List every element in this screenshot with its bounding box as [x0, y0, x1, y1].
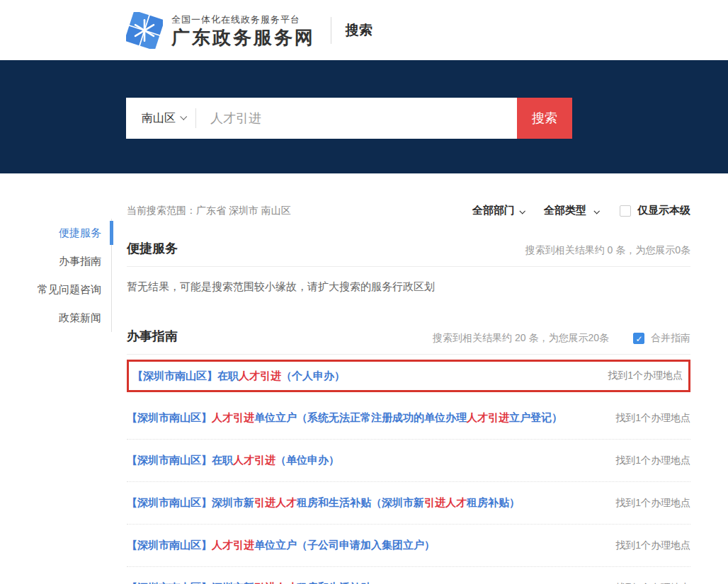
title-segment: 【深圳市南山区】: [127, 411, 212, 423]
service-guide-result-count: 搜索到相关结果约 20 条，为您展示20条: [433, 332, 609, 345]
service-guide-title: 办事指南: [127, 328, 178, 345]
type-filter-label: 全部类型: [544, 204, 586, 216]
no-results-message: 暂无结果，可能是搜索范围较小缘故，请扩大搜索的服务行政区划: [127, 280, 690, 294]
search-scope: 当前搜索范围：广东省 深圳市 南山区: [127, 205, 291, 217]
site-header: 全国一体化在线政务服务平台 广东政务服务网 搜索: [0, 0, 728, 60]
result-location-count: 找到1个办理地点: [615, 412, 690, 425]
result-row: 【深圳市南山区】深圳市新引进人才租房和生活补贴（深圳市新引进人才租房补贴） 找到…: [127, 482, 690, 525]
title-segment: 【深圳市南山区】在职: [132, 370, 239, 382]
filter-bar: 当前搜索范围：广东省 深圳市 南山区 全部部门 全部类型 仅显示本级: [127, 204, 690, 217]
sidebar-item-service-guide[interactable]: 办事指南: [28, 247, 101, 275]
highlighted-search-term: 人才引进: [212, 539, 254, 551]
header-divider: [331, 17, 331, 44]
search-button[interactable]: 搜索: [517, 98, 572, 139]
result-location-count: 找到1个办理地点: [615, 539, 690, 552]
quick-services-result-count: 搜索到相关结果约 0 条，为您展示0条: [525, 244, 690, 257]
highlighted-search-term: 引进人才: [254, 581, 297, 584]
result-location-count: 找到1个办理地点: [615, 582, 690, 584]
highlighted-search-term: 引进人才: [254, 496, 297, 508]
main-results: 当前搜索范围：广东省 深圳市 南山区 全部部门 全部类型 仅显示本级 便捷服务 …: [112, 173, 728, 584]
site-logo[interactable]: 全国一体化在线政务服务平台 广东政务服务网: [126, 12, 315, 49]
title-segment: 单位立户（系统无法正常注册成功的单位办理: [254, 411, 467, 423]
result-link[interactable]: 【深圳市南山区】人才引进单位立户（子公司申请加入集团立户）: [127, 539, 435, 552]
highlighted-search-term: 人才引进: [467, 411, 509, 423]
result-row: 【深圳市南山区】人才引进单位立户（子公司申请加入集团立户） 找到1个办理地点: [127, 525, 690, 567]
chevron-down-icon: [180, 113, 187, 120]
section-quick-services: 便捷服务 搜索到相关结果约 0 条，为您展示0条 暂无结果，可能是搜索范围较小缘…: [127, 240, 690, 294]
title-segment: 【深圳市南山区】: [127, 539, 212, 551]
search-input[interactable]: [196, 98, 517, 139]
sidebar-item-policy-news[interactable]: 政策新闻: [28, 304, 101, 332]
highlighted-search-term: 人才引进: [212, 411, 254, 423]
only-current-level-toggle[interactable]: 仅显示本级: [620, 204, 690, 217]
chevron-down-icon: [593, 208, 599, 214]
title-segment: 【深圳市南山区】深圳市新: [127, 581, 254, 584]
title-segment: 租房和生活补贴（深圳市新: [297, 496, 424, 508]
result-link[interactable]: 【深圳市南山区】深圳市新引进人才租房和生活补贴（深圳市新引进人才租房补贴）: [127, 496, 520, 510]
result-link[interactable]: 【深圳市南山区】人才引进单位立户（系统无法正常注册成功的单位办理人才引进立户登记…: [127, 411, 562, 425]
merge-guide-toggle[interactable]: 合并指南: [633, 332, 690, 345]
result-row: 【深圳市南山区】人才引进单位立户（系统无法正常注册成功的单位办理人才引进立户登记…: [127, 397, 690, 440]
result-location-count: 找到1个办理地点: [615, 454, 690, 467]
result-row: 【深圳市南山区】在职人才引进（个人申办） 找到1个办理地点: [127, 360, 690, 392]
title-segment: 【深圳市南山区】在职: [127, 454, 233, 466]
search-banner: 南山区 搜索: [0, 60, 728, 173]
only-current-level-checkbox[interactable]: [620, 205, 631, 217]
department-filter-label: 全部部门: [472, 204, 515, 216]
search-scope-value: 广东省 深圳市 南山区: [196, 205, 291, 216]
region-dropdown-value: 南山区: [142, 111, 176, 126]
section-service-guide: 办事指南 搜索到相关结果约 20 条，为您展示20条 合并指南 【深圳市南山区】…: [127, 328, 690, 584]
title-segment: （单位申办）: [275, 454, 339, 466]
site-name: 广东政务服务网: [171, 28, 315, 47]
merge-guide-checkbox[interactable]: [633, 333, 644, 344]
title-segment: 【深圳市南山区】深圳市新: [127, 496, 254, 508]
highlighted-search-term: 引进人才: [424, 496, 467, 508]
result-link[interactable]: 【深圳市南山区】深圳市新引进人才租房和生活补贴: [127, 581, 371, 584]
result-link[interactable]: 【深圳市南山区】在职人才引进（单位申办）: [127, 454, 339, 467]
only-current-level-label: 仅显示本级: [637, 204, 690, 217]
result-row: 【深圳市南山区】深圳市新引进人才租房和生活补贴 找到1个办理地点: [127, 567, 690, 584]
type-filter-dropdown[interactable]: 全部类型: [544, 204, 598, 217]
chevron-down-icon: [519, 208, 525, 214]
sidebar-nav: 便捷服务 办事指南 常见问题咨询 政策新闻: [28, 219, 112, 584]
title-segment: 立户登记）: [509, 411, 562, 423]
result-location-count: 找到1个办理地点: [608, 370, 683, 382]
title-segment: （个人申办）: [281, 370, 345, 382]
content-area: 便捷服务 办事指南 常见问题咨询 政策新闻 当前搜索范围：广东省 深圳市 南山区…: [0, 173, 728, 584]
title-segment: 租房和生活补贴: [297, 581, 371, 584]
region-dropdown[interactable]: 南山区: [126, 111, 195, 126]
quick-services-title: 便捷服务: [127, 240, 178, 257]
sidebar-item-faq[interactable]: 常见问题咨询: [28, 275, 101, 304]
result-row: 【深圳市南山区】在职人才引进（单位申办） 找到1个办理地点: [127, 440, 690, 482]
pinwheel-logo-icon: [126, 12, 163, 49]
highlighted-search-term: 人才引进: [233, 454, 275, 466]
highlighted-search-term: 人才引进: [239, 370, 281, 382]
merge-guide-label: 合并指南: [651, 332, 690, 345]
search-bar: 南山区 搜索: [126, 98, 572, 139]
department-filter-dropdown[interactable]: 全部部门: [472, 204, 524, 217]
result-list: 【深圳市南山区】在职人才引进（个人申办） 找到1个办理地点 【深圳市南山区】人才…: [127, 360, 690, 584]
title-segment: 租房补贴）: [467, 496, 520, 508]
sidebar-item-quick-services[interactable]: 便捷服务: [28, 219, 101, 247]
result-link[interactable]: 【深圳市南山区】在职人才引进（个人申办）: [132, 370, 345, 383]
result-location-count: 找到1个办理地点: [615, 497, 690, 510]
page-title: 搜索: [346, 21, 372, 40]
search-scope-label: 当前搜索范围：: [127, 205, 196, 216]
title-segment: 单位立户（子公司申请加入集团立户）: [254, 539, 435, 551]
platform-tagline: 全国一体化在线政务服务平台: [171, 13, 315, 26]
